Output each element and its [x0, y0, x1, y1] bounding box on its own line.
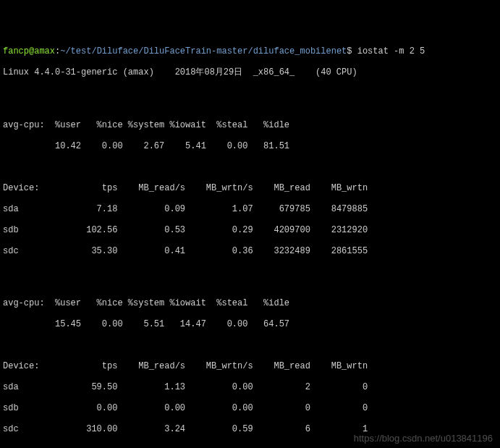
cpu-header: avg-cpu: %user %nice %system %iowait %st…	[3, 120, 497, 131]
device-row: sdb 102.56 0.53 0.29 4209700 2312920	[3, 225, 497, 236]
cpu-row: 15.45 0.00 5.51 14.47 0.00 64.57	[3, 319, 497, 330]
device-row: sda 7.18 0.09 1.07 679785 8479885	[3, 204, 497, 215]
blank-line	[3, 88, 497, 99]
device-row: sdc 310.00 3.24 0.59 6 1	[3, 424, 497, 435]
watermark-text: https://blog.csdn.net/u013841196	[354, 434, 493, 444]
prompt-line: fancp@amax:~/test/Diluface/DiluFaceTrain…	[3, 46, 497, 57]
cpu-header: avg-cpu: %user %nice %system %iowait %st…	[3, 298, 497, 309]
device-row: sdb 0.00 0.00 0.00 0 0	[3, 403, 497, 414]
blank-line	[3, 445, 497, 448]
user-host: fancp@amax	[3, 46, 55, 56]
blank-line	[3, 162, 497, 173]
device-header: Device: tps MB_read/s MB_wrtn/s MB_read …	[3, 361, 497, 372]
command-text: iostat -m 2 5	[357, 46, 425, 56]
blank-line	[3, 267, 497, 278]
cwd-path: ~/test/Diluface/DiluFaceTrain-master/dil…	[60, 46, 347, 56]
device-header: Device: tps MB_read/s MB_wrtn/s MB_read …	[3, 183, 497, 194]
blank-line	[3, 340, 497, 351]
system-info-line: Linux 4.4.0-31-generic (amax) 2018年08月29…	[3, 67, 497, 78]
device-row: sda 59.50 1.13 0.00 2 0	[3, 382, 497, 393]
cpu-row: 10.42 0.00 2.67 5.41 0.00 81.51	[3, 141, 497, 152]
dollar: $	[347, 46, 357, 56]
device-row: sdc 35.30 0.41 0.36 3232489 2861555	[3, 246, 497, 257]
